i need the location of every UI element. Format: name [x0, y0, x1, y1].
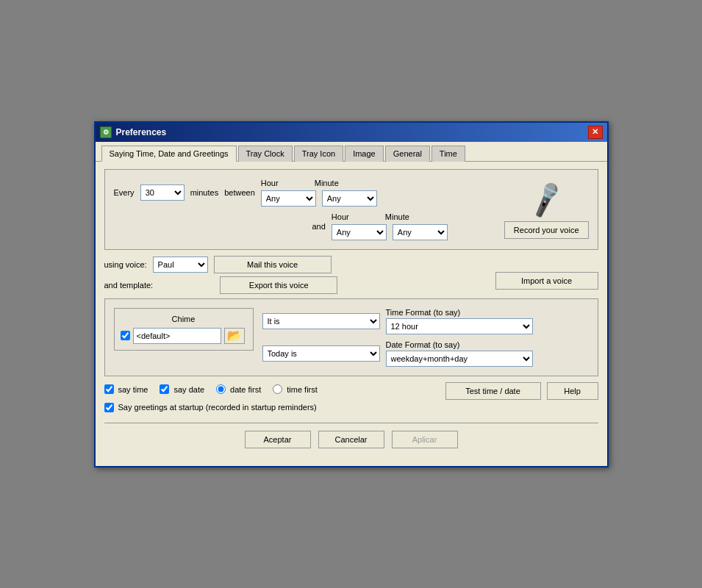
tab-time[interactable]: Time: [431, 146, 465, 162]
chime-section: Chime 📂 It is The time is: [104, 298, 598, 376]
chime-input-row: 📂: [121, 328, 245, 344]
hour1-select[interactable]: Any: [261, 190, 316, 207]
hour-label1: Hour: [261, 179, 309, 187]
say-date-label: say date: [173, 385, 204, 394]
checkboxes-row1: say time say date date first time first …: [104, 382, 598, 400]
bottom-checkboxes: say time say date date first time first …: [104, 382, 598, 415]
time-format-label: Time Format (to say): [386, 308, 533, 317]
second-time-group: Hour Minute Any Any: [332, 212, 448, 240]
voice-line: using voice: Paul David Mary Mike Mail t…: [104, 256, 338, 273]
and-row: and Hour Minute Any: [312, 212, 493, 240]
window-title: Preferences: [116, 127, 167, 137]
tab-content: Every 30 1 5 10 15 20 60 minutes between: [96, 162, 607, 466]
template-line: and template: Export this voice: [104, 276, 338, 294]
date-first-label: date first: [230, 385, 261, 394]
and-label: and: [312, 222, 326, 231]
chime-label: Chime: [121, 315, 247, 323]
date-format-group: Date Format (to say) weekday+month+day m…: [386, 340, 533, 367]
every-row: Every 30 1 5 10 15 20 60 minutes between: [114, 179, 493, 207]
second-time-labels: Hour Minute: [332, 212, 448, 221]
every-select[interactable]: 30 1 5 10 15 20 60: [140, 184, 185, 201]
date-format-select[interactable]: weekday+month+day month+day day+month we…: [386, 351, 533, 367]
time-first-radio[interactable]: [273, 384, 282, 394]
say-time-row: say time: [104, 384, 148, 394]
test-button[interactable]: Test time / date: [445, 382, 541, 400]
aplicar-button[interactable]: Aplicar: [392, 431, 458, 448]
record-voice-button[interactable]: Record your voice: [504, 221, 589, 239]
export-voice-button[interactable]: Export this voice: [220, 276, 337, 294]
between-label: between: [224, 188, 255, 197]
test-help-group: Test time / date Help: [445, 382, 598, 400]
date-first-row: date first: [216, 384, 261, 394]
first-time-group: Hour Minute Any Any: [261, 179, 377, 207]
second-time-selects: Any Any: [332, 224, 448, 240]
minute1-select[interactable]: Any: [322, 190, 377, 207]
upper-layout: Every 30 1 5 10 15 20 60 minutes between: [114, 179, 589, 240]
footer: Aceptar Cancelar Aplicar: [104, 423, 598, 457]
microphone-icon: 🎤: [526, 179, 567, 220]
it-is-inner: It is The time is It is now Time Format …: [262, 308, 589, 334]
preferences-window: ⚙ Preferences ✕ Saying Time, Date and Gr…: [94, 121, 609, 467]
record-section: 🎤 Record your voice: [493, 179, 589, 240]
minute2-select[interactable]: Any: [393, 224, 448, 240]
close-button[interactable]: ✕: [588, 126, 603, 139]
first-time-labels: Hour Minute: [261, 179, 377, 187]
voice-select[interactable]: Paul David Mary Mike: [153, 257, 208, 273]
voice-row-outer: using voice: Paul David Mary Mike Mail t…: [104, 256, 598, 294]
tab-saying[interactable]: Saying Time, Date and Greetings: [101, 146, 237, 162]
it-is-row: It is The time is It is now Time Format …: [262, 308, 589, 334]
greetings-checkbox[interactable]: [104, 403, 114, 412]
say-date-checkbox[interactable]: [160, 384, 169, 394]
chime-folder-button[interactable]: 📂: [224, 328, 245, 344]
import-voice-button[interactable]: Import a voice: [495, 272, 598, 290]
lower-layout: Chime 📂 It is The time is: [114, 308, 589, 367]
minute-label2: Minute: [385, 212, 409, 221]
lower-right: It is The time is It is now Time Format …: [262, 308, 589, 367]
time-format-group: Time Format (to say) 12 hour 24 hour: [386, 308, 533, 334]
upper-left: Every 30 1 5 10 15 20 60 minutes between: [114, 179, 493, 240]
title-bar-left: ⚙ Preferences: [100, 126, 167, 138]
tab-image[interactable]: Image: [345, 146, 384, 162]
chime-group: Chime 📂: [114, 308, 254, 351]
chime-input[interactable]: [133, 328, 221, 344]
date-first-radio[interactable]: [216, 384, 226, 394]
time-first-label: time first: [287, 385, 318, 394]
app-icon: ⚙: [100, 126, 112, 138]
aceptar-button[interactable]: Aceptar: [245, 431, 311, 448]
greetings-label: Say greetings at startup (recorded in st…: [118, 403, 317, 412]
tab-trayclock[interactable]: Tray Clock: [238, 146, 293, 162]
tab-trayicon[interactable]: Tray Icon: [294, 146, 343, 162]
chime-checkbox[interactable]: [121, 331, 130, 340]
title-bar: ⚙ Preferences ✕: [96, 123, 607, 142]
greetings-checkbox-row: Say greetings at startup (recorded in st…: [104, 403, 317, 412]
mail-voice-button[interactable]: Mail this voice: [214, 256, 332, 273]
hour-label2: Hour: [332, 212, 379, 221]
minute-label1: Minute: [315, 179, 339, 187]
say-date-row: say date: [160, 384, 204, 394]
greetings-row: Say greetings at startup (recorded in st…: [104, 403, 598, 415]
first-time-selects: Any Any: [261, 190, 377, 207]
it-is-select[interactable]: It is The time is It is now: [262, 313, 380, 329]
and-template-label: and template:: [104, 281, 154, 290]
say-time-checkbox[interactable]: [104, 384, 114, 394]
time-format-select[interactable]: 12 hour 24 hour: [386, 318, 533, 334]
tab-bar: Saying Time, Date and Greetings Tray Clo…: [96, 142, 607, 162]
today-is-inner: Today is The date is Date Format (to say…: [262, 340, 589, 367]
cancelar-button[interactable]: Cancelar: [318, 431, 384, 448]
today-is-select[interactable]: Today is The date is: [262, 345, 380, 362]
using-voice-label: using voice:: [104, 260, 147, 269]
hour2-select[interactable]: Any: [332, 224, 387, 240]
minutes-label: minutes: [190, 188, 219, 197]
date-format-label: Date Format (to say): [386, 340, 533, 349]
voice-template-block: using voice: Paul David Mary Mike Mail t…: [104, 256, 338, 294]
time-first-row: time first: [273, 384, 318, 394]
say-time-label: say time: [118, 385, 148, 394]
help-button[interactable]: Help: [547, 382, 598, 400]
every-label: Every: [114, 188, 135, 197]
today-is-row: Today is The date is Date Format (to say…: [262, 340, 589, 367]
tab-general[interactable]: General: [385, 146, 430, 162]
schedule-section: Every 30 1 5 10 15 20 60 minutes between: [104, 169, 598, 250]
